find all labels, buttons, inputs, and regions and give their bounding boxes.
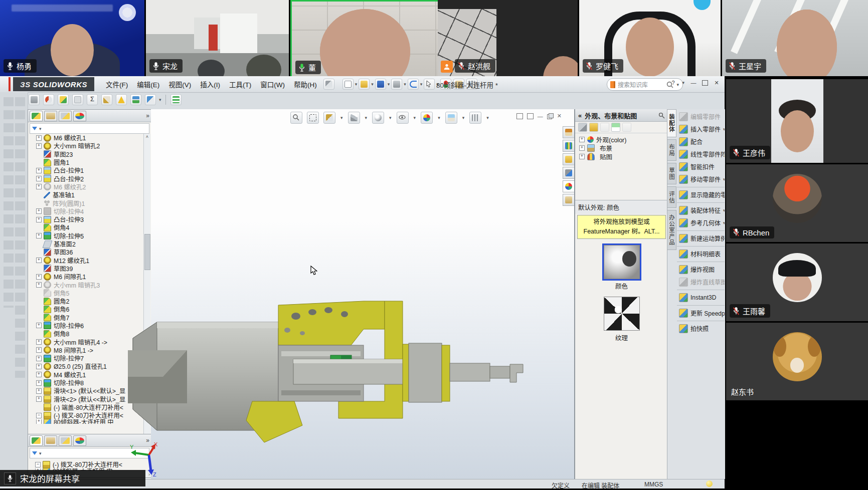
print-dropdown[interactable]: ▾ xyxy=(404,82,406,87)
tree-item[interactable]: − (-) 拨叉-80刀补大连杆用< xyxy=(29,411,143,419)
expander-icon[interactable]: − xyxy=(36,413,42,418)
undo-dropdown[interactable]: ▾ xyxy=(420,82,423,87)
apply-appearance-icon[interactable] xyxy=(578,123,587,132)
video-tile-wangxingyu[interactable]: 王星宇 xyxy=(722,0,868,76)
doc-restore-up-icon[interactable] xyxy=(516,113,523,119)
filter-dropdown[interactable]: ▾ xyxy=(39,451,42,456)
command-item[interactable]: 线性零部件阵列 ▾ xyxy=(677,148,725,160)
tree-item[interactable]: 圆角1 xyxy=(29,158,143,166)
command-tab[interactable]: 评估 xyxy=(667,186,676,208)
expander-icon[interactable]: + xyxy=(36,323,42,328)
video-tile-rbchen[interactable]: RBchen xyxy=(726,164,868,242)
appearance-dropdown[interactable]: ▾ xyxy=(438,115,440,120)
expander-icon[interactable]: + xyxy=(36,347,42,353)
command-item[interactable]: 材料明细表 ▾ xyxy=(677,246,725,260)
propertymanager-tab[interactable] xyxy=(44,435,57,446)
scroll-thumb[interactable] xyxy=(144,234,150,270)
video-tile-wangyanwei[interactable]: 王彦伟 xyxy=(726,79,868,163)
command-dropdown-icon[interactable]: ▾ xyxy=(723,220,725,225)
tree-item[interactable]: + M6 螺纹孔1 xyxy=(29,134,143,142)
expander-icon[interactable]: + xyxy=(36,282,42,288)
view-palette-tab-icon[interactable] xyxy=(563,167,575,179)
tree-item[interactable]: 草图39 xyxy=(29,265,143,273)
tree-item[interactable]: 倒角6 xyxy=(29,305,143,313)
measure-icon[interactable] xyxy=(101,94,112,105)
tree-item[interactable]: + 大小mm 暗销孔4 -> xyxy=(29,338,143,346)
expander-icon[interactable]: + xyxy=(36,217,42,222)
tree-item[interactable]: 倒角5 xyxy=(29,289,143,297)
configurationmanager-tab[interactable] xyxy=(59,111,72,121)
expander-icon[interactable]: + xyxy=(36,233,42,238)
featuremanager-tab[interactable] xyxy=(30,111,43,121)
tree-filter[interactable]: ▾ xyxy=(30,123,149,134)
new-document-icon[interactable] xyxy=(342,79,354,90)
section-view-icon[interactable] xyxy=(323,112,335,124)
left-toolbar-column[interactable] xyxy=(15,97,25,378)
doc-cascade-icon[interactable] xyxy=(547,113,553,119)
edit-appearance-icon[interactable] xyxy=(421,112,433,124)
command-dropdown-icon[interactable]: ▾ xyxy=(723,127,725,132)
tree-item[interactable]: + M6 螺纹孔2 xyxy=(29,183,143,191)
command-tab[interactable]: 布局 xyxy=(667,139,676,161)
expander-icon[interactable]: + xyxy=(36,380,42,386)
tree-item[interactable]: 草图36 xyxy=(29,248,143,256)
expander-icon[interactable]: − xyxy=(35,462,41,467)
appearance-node[interactable]: + 外观(color) xyxy=(575,135,668,144)
expander-icon[interactable]: + xyxy=(36,184,42,189)
command-item[interactable]: 参考几何体 ▾ xyxy=(677,216,725,229)
video-tile-dong-active-speaker[interactable]: 董 xyxy=(290,0,439,79)
undo-icon[interactable] xyxy=(408,79,419,90)
video-tile-zhaohongjian[interactable]: 赵洪舰 xyxy=(438,0,578,76)
display-style-dropdown[interactable]: ▾ xyxy=(389,115,392,120)
command-tab[interactable]: 草图 xyxy=(667,163,676,184)
video-tile-wangyuxin[interactable]: 王雨馨 xyxy=(726,243,868,321)
tree-item[interactable]: + 滑块<2> (默认<<默认>_显 xyxy=(29,395,143,403)
tree-item[interactable]: 倒角8 xyxy=(29,330,143,338)
tree-item[interactable]: (-) 端盖-80大连杆刀补用< xyxy=(29,403,143,411)
tree-item[interactable]: 倒角4 xyxy=(29,223,143,231)
tree-item[interactable]: + 滑块<1> (默认<<默认>_显 xyxy=(29,387,143,395)
command-item[interactable]: 移动零部件 ▾ xyxy=(677,173,725,185)
propertymanager-tab[interactable] xyxy=(44,111,57,121)
expander-icon[interactable]: + xyxy=(36,258,42,263)
equations-sigma-icon[interactable]: Σ xyxy=(87,94,98,105)
expander-icon[interactable]: + xyxy=(36,143,42,149)
tree-item[interactable]: + 切除-拉伸8 xyxy=(29,379,143,387)
select-cursor-icon[interactable] xyxy=(424,79,435,90)
expander-icon[interactable]: + xyxy=(36,274,42,280)
left-toolbar-column[interactable] xyxy=(4,97,14,308)
command-item[interactable]: 拍快照 ▾ xyxy=(677,321,725,335)
home-tab-icon[interactable] xyxy=(563,126,575,138)
expander-icon[interactable]: + xyxy=(579,154,585,159)
expander-icon[interactable]: + xyxy=(36,339,42,345)
expander-icon[interactable]: + xyxy=(36,208,42,214)
tree-item[interactable]: 基准面2 xyxy=(29,240,143,248)
expander-icon[interactable]: + xyxy=(36,419,42,424)
tree-item[interactable]: 圆角2 xyxy=(29,297,143,305)
excel-table-icon[interactable] xyxy=(170,94,182,105)
tree-item[interactable]: + M12 螺纹孔1 xyxy=(29,256,143,264)
pin-toolbar-icon[interactable] xyxy=(323,79,334,90)
expander-icon[interactable]: + xyxy=(36,168,42,173)
help-dropdown[interactable]: ▾ xyxy=(682,80,684,85)
command-tab[interactable]: 装配体 xyxy=(667,109,676,137)
tree-item[interactable]: 基准轴1 xyxy=(29,191,143,199)
command-item[interactable]: 编辑零部件 ▾ xyxy=(677,110,725,123)
color-appearance-thumbnail[interactable] xyxy=(604,245,640,279)
scenes-node[interactable]: + 布景 xyxy=(575,144,668,152)
tree-item[interactable]: + 切除-拉伸6 xyxy=(29,322,143,330)
command-item[interactable]: 新建运动算例 ▾ xyxy=(677,230,725,244)
video-tile-luojianfei[interactable]: 罗健飞 xyxy=(579,0,721,76)
hide-show-dropdown[interactable]: ▾ xyxy=(414,115,416,120)
featuremanager-tab[interactable] xyxy=(30,435,43,446)
menu-item[interactable]: 帮助(H) xyxy=(289,77,321,91)
expander-icon[interactable]: + xyxy=(36,135,42,141)
tree-item[interactable]: + 凸台-拉伸2 xyxy=(29,174,143,182)
display-style-icon[interactable] xyxy=(372,112,384,124)
help-icon[interactable]: ? xyxy=(669,79,677,86)
save-icon[interactable] xyxy=(375,79,386,90)
close-icon[interactable]: ✕ xyxy=(713,79,721,86)
doc-close-icon[interactable]: ✕ xyxy=(557,113,562,119)
command-item[interactable]: 爆炸视图 ▾ xyxy=(677,262,725,276)
apply-scene-icon[interactable] xyxy=(445,112,457,124)
